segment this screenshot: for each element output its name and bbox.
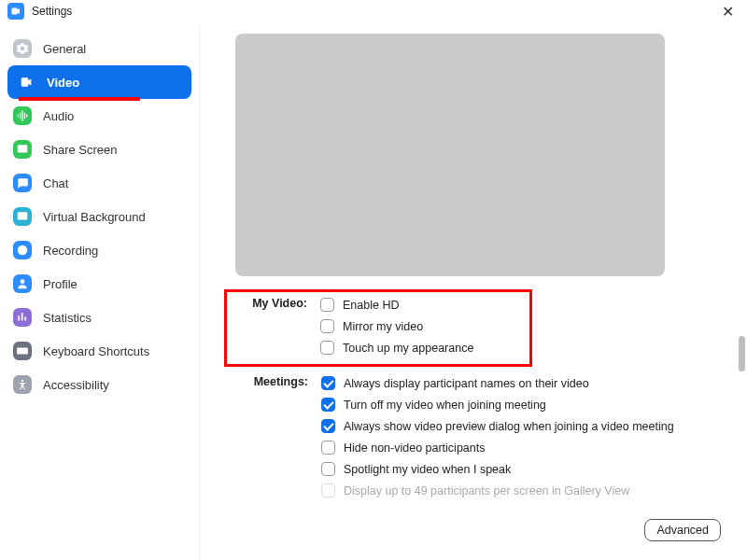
section-label-meetings: Meetings:: [228, 372, 308, 388]
sidebar-item-label: Audio: [43, 109, 74, 123]
option-label: Always show video preview dialog when jo…: [344, 420, 674, 433]
settings-main: My Video: Enable HDMirror my videoTouch …: [200, 24, 747, 560]
scrollbar-thumb[interactable]: [739, 336, 745, 371]
option-label: Display up to 49 participants per screen…: [344, 484, 629, 497]
sidebar-item-record[interactable]: Recording: [0, 233, 199, 267]
gear-icon: [13, 39, 32, 58]
section-label-my-video: My Video:: [227, 294, 307, 310]
share-icon: [13, 140, 32, 159]
option-label: Mirror my video: [343, 320, 423, 333]
stats-icon: [13, 308, 32, 327]
bg-icon: [13, 207, 32, 226]
meetings-option[interactable]: Turn off my video when joining meeting: [321, 394, 728, 415]
option-label: Always display participant names on thei…: [344, 377, 589, 390]
sidebar-item-label: Keyboard Shortcuts: [43, 344, 149, 358]
svg-point-12: [21, 380, 23, 382]
sidebar-item-label: Recording: [43, 244, 98, 258]
video-icon: [17, 73, 35, 91]
access-icon: [13, 375, 32, 394]
checkbox[interactable]: [321, 441, 335, 455]
meetings-option: Display up to 49 participants per screen…: [321, 480, 728, 501]
meetings-option[interactable]: Always show video preview dialog when jo…: [321, 415, 728, 437]
option-label: Spotlight my video when I speak: [344, 463, 511, 476]
sidebar-item-label: Statistics: [43, 311, 92, 325]
svg-rect-8: [21, 349, 21, 350]
svg-rect-10: [25, 349, 26, 350]
checkbox[interactable]: [320, 319, 334, 333]
meetings-option[interactable]: Hide non-video participants: [321, 437, 728, 458]
my-video-option[interactable]: Mirror my video: [320, 315, 524, 337]
profile-icon: [13, 274, 32, 293]
checkbox: [321, 483, 335, 497]
sidebar-item-bg[interactable]: Virtual Background: [0, 200, 199, 233]
window-title: Settings: [32, 5, 72, 18]
svg-point-4: [21, 248, 25, 253]
option-label: Turn off my video when joining meeting: [344, 399, 546, 412]
option-label: Touch up my appearance: [343, 342, 473, 355]
sidebar-item-audio[interactable]: Audio: [0, 99, 199, 133]
meetings-option[interactable]: Spotlight my video when I speak: [321, 458, 728, 480]
option-label: Enable HD: [343, 299, 399, 312]
sidebar-item-label: General: [43, 42, 86, 56]
my-video-option[interactable]: Enable HD: [320, 294, 524, 315]
sidebar-item-access[interactable]: Accessibility: [0, 368, 199, 401]
sidebar-item-label: Video: [47, 76, 79, 90]
checkbox[interactable]: [320, 341, 334, 355]
sidebar-item-video[interactable]: Video: [7, 65, 191, 99]
close-icon[interactable]: ✕: [718, 3, 738, 21]
svg-rect-11: [20, 352, 25, 353]
record-icon: [13, 241, 32, 259]
title-bar: Settings ✕: [0, 0, 747, 24]
sidebar-item-share[interactable]: Share Screen: [0, 133, 199, 166]
sidebar-item-keyboard[interactable]: Keyboard Shortcuts: [0, 334, 199, 368]
sidebar-item-label: Accessibility: [43, 378, 109, 392]
checkbox[interactable]: [321, 419, 335, 433]
settings-sidebar: GeneralVideoAudioShare ScreenChatVirtual…: [0, 24, 200, 560]
svg-point-5: [21, 279, 25, 284]
sidebar-item-profile[interactable]: Profile: [0, 267, 199, 301]
video-preview: [235, 34, 665, 276]
sidebar-item-gear[interactable]: General: [0, 32, 199, 65]
sidebar-item-label: Share Screen: [43, 143, 118, 157]
app-icon: [7, 3, 24, 20]
audio-icon: [13, 106, 32, 125]
svg-rect-6: [17, 348, 28, 355]
checkbox[interactable]: [321, 462, 335, 476]
sidebar-item-label: Profile: [43, 277, 78, 291]
sidebar-item-label: Virtual Background: [43, 210, 146, 224]
svg-point-2: [21, 215, 23, 217]
meetings-options: Always display participant names on thei…: [308, 372, 728, 501]
sidebar-item-label: Chat: [43, 176, 68, 190]
svg-rect-7: [19, 349, 20, 350]
keyboard-icon: [13, 342, 32, 360]
checkbox[interactable]: [321, 398, 335, 412]
checkbox[interactable]: [320, 298, 334, 312]
advanced-button[interactable]: Advanced: [644, 519, 721, 541]
highlight-box-my-video: My Video: Enable HDMirror my videoTouch …: [224, 289, 532, 367]
my-video-option[interactable]: Touch up my appearance: [320, 337, 524, 358]
chat-icon: [13, 174, 32, 192]
svg-rect-9: [23, 349, 24, 350]
option-label: Hide non-video participants: [344, 441, 485, 455]
meetings-option[interactable]: Always display participant names on thei…: [321, 372, 728, 394]
my-video-options: Enable HDMirror my videoTouch up my appe…: [307, 294, 524, 358]
sidebar-item-stats[interactable]: Statistics: [0, 301, 199, 334]
sidebar-item-chat[interactable]: Chat: [0, 166, 199, 200]
checkbox[interactable]: [321, 376, 335, 390]
